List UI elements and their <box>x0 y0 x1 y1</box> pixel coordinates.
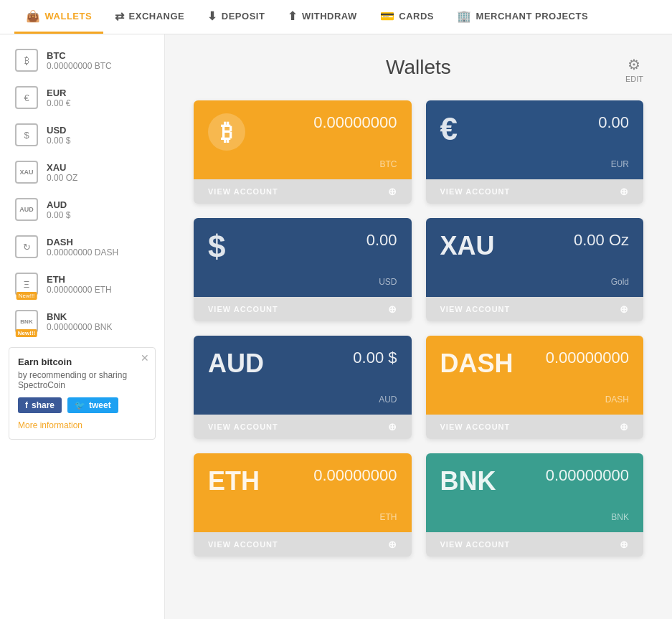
eur-amount: 0.00 <box>598 113 629 132</box>
main-content: Wallets ⚙ EDIT ₿ 0.00000000 BTC VIEW ACC… <box>165 34 672 619</box>
arrow-right-icon: ⊕ <box>388 421 397 433</box>
nav-deposit[interactable]: ⬇ DEPOSIT <box>196 0 276 34</box>
top-navigation: 👜 WALLETS ⇄ EXCHANGE ⬇ DEPOSIT ⬆ WITHDRA… <box>0 0 672 34</box>
dash-view-account-button[interactable]: VIEW ACCOUNT ⊕ <box>426 415 644 439</box>
aud-wallet-card: AUD 0.00 $ AUD VIEW ACCOUNT ⊕ <box>194 336 412 439</box>
usd-wallet-card: $ 0.00 USD VIEW ACCOUNT ⊕ <box>194 218 412 321</box>
arrow-right-icon: ⊕ <box>620 421 629 433</box>
aud-view-account-button[interactable]: VIEW ACCOUNT ⊕ <box>194 415 412 439</box>
gear-icon: ⚙ <box>628 56 640 73</box>
btc-view-account-button[interactable]: VIEW ACCOUNT ⊕ <box>194 179 412 204</box>
edit-button[interactable]: ⚙ EDIT <box>625 56 643 83</box>
xau-view-account-button[interactable]: VIEW ACCOUNT ⊕ <box>426 297 644 321</box>
arrow-right-icon: ⊕ <box>620 303 629 315</box>
dash-wallet-card: DASH 0.00000000 DASH VIEW ACCOUNT ⊕ <box>426 336 644 439</box>
dash-amount: 0.00000000 <box>546 349 629 367</box>
aud-icon: AUD <box>15 198 38 221</box>
usd-icon: $ <box>15 123 38 146</box>
main-header: Wallets ⚙ EDIT <box>194 56 643 79</box>
btc-wallet-card: ₿ 0.00000000 BTC VIEW ACCOUNT ⊕ <box>194 100 412 204</box>
sidebar-item-btc[interactable]: ₿ BTC 0.00000000 BTC <box>0 42 164 79</box>
arrow-right-icon: ⊕ <box>388 186 397 197</box>
sidebar: ₿ BTC 0.00000000 BTC € EUR 0.00 € $ USD … <box>0 34 165 619</box>
twitter-icon: 🐦 <box>75 400 85 410</box>
nav-withdraw[interactable]: ⬆ WITHDRAW <box>276 0 368 34</box>
usd-view-account-button[interactable]: VIEW ACCOUNT ⊕ <box>194 297 412 321</box>
main-layout: ₿ BTC 0.00000000 BTC € EUR 0.00 € $ USD … <box>0 34 672 619</box>
btc-icon: ₿ <box>15 49 38 72</box>
merchant-icon: 🏢 <box>457 9 472 23</box>
eur-view-account-button[interactable]: VIEW ACCOUNT ⊕ <box>426 179 644 204</box>
eur-card-symbol: € <box>440 113 458 145</box>
bnk-icon: BNK New!!! <box>15 310 38 333</box>
sidebar-item-bnk[interactable]: BNK New!!! BNK 0.00000000 BNK <box>0 303 164 340</box>
promo-close-button[interactable]: ✕ <box>141 352 149 364</box>
arrow-right-icon: ⊕ <box>388 303 397 315</box>
xau-icon: XAU <box>15 161 38 184</box>
xau-wallet-card: XAU 0.00 Oz Gold VIEW ACCOUNT ⊕ <box>426 218 644 321</box>
social-buttons: f share 🐦 tweet <box>18 397 146 413</box>
sidebar-item-dash[interactable]: ↻ DASH 0.00000000 DASH <box>0 228 164 265</box>
eur-wallet-card: € 0.00 EUR VIEW ACCOUNT ⊕ <box>426 100 644 204</box>
cards-icon: 💳 <box>380 9 395 23</box>
page-title: Wallets <box>386 56 451 79</box>
exchange-icon: ⇄ <box>115 9 125 23</box>
aud-card-name: AUD <box>208 349 264 379</box>
nav-exchange[interactable]: ⇄ EXCHANGE <box>103 0 196 34</box>
deposit-icon: ⬇ <box>207 9 217 23</box>
sidebar-item-xau[interactable]: XAU XAU 0.00 OZ <box>0 153 164 191</box>
arrow-right-icon: ⊕ <box>620 539 629 550</box>
btc-card-icon: ₿ <box>208 113 245 151</box>
btc-amount: 0.00000000 <box>313 113 397 132</box>
facebook-share-button[interactable]: f share <box>18 397 62 413</box>
nav-wallets[interactable]: 👜 WALLETS <box>14 0 103 34</box>
dash-card-name: DASH <box>440 349 514 379</box>
eth-icon: Ξ New!!! <box>15 273 38 296</box>
sidebar-item-eth[interactable]: Ξ New!!! ETH 0.00000000 ETH <box>0 265 164 303</box>
more-info-link[interactable]: More information <box>18 420 82 430</box>
usd-amount: 0.00 <box>366 231 397 250</box>
eth-view-account-button[interactable]: VIEW ACCOUNT ⊕ <box>194 532 412 557</box>
bnk-wallet-card: BNK 0.00000000 BNK VIEW ACCOUNT ⊕ <box>426 453 644 557</box>
bnk-card-name: BNK <box>440 466 496 496</box>
dash-icon: ↻ <box>15 235 38 258</box>
sidebar-item-usd[interactable]: $ USD 0.00 $ <box>0 116 164 153</box>
nav-cards[interactable]: 💳 CARDS <box>369 0 445 34</box>
xau-amount: 0.00 Oz <box>574 231 629 250</box>
aud-amount: 0.00 $ <box>353 349 397 367</box>
xau-card-name: XAU <box>440 231 495 261</box>
twitter-share-button[interactable]: 🐦 tweet <box>67 397 118 413</box>
wallet-grid: ₿ 0.00000000 BTC VIEW ACCOUNT ⊕ € 0.00 <box>194 100 643 557</box>
bnk-amount: 0.00000000 <box>546 466 629 485</box>
bnk-view-account-button[interactable]: VIEW ACCOUNT ⊕ <box>426 532 644 557</box>
sidebar-item-aud[interactable]: AUD AUD 0.00 $ <box>0 191 164 228</box>
eth-card-name: ETH <box>208 466 260 496</box>
nav-merchant[interactable]: 🏢 MERCHANT PROJECTS <box>445 0 600 34</box>
sidebar-item-eur[interactable]: € EUR 0.00 € <box>0 79 164 116</box>
eur-icon: € <box>15 86 38 109</box>
usd-card-symbol: $ <box>208 231 225 263</box>
wallet-icon: 👜 <box>26 9 41 23</box>
promo-box: ✕ Earn bitcoin by recommending or sharin… <box>9 347 156 440</box>
arrow-right-icon: ⊕ <box>388 539 397 550</box>
eth-amount: 0.00000000 <box>313 466 397 485</box>
eth-wallet-card: ETH 0.00000000 ETH VIEW ACCOUNT ⊕ <box>194 453 412 557</box>
withdraw-icon: ⬆ <box>288 9 298 23</box>
arrow-right-icon: ⊕ <box>620 186 629 197</box>
facebook-icon: f <box>25 400 28 410</box>
